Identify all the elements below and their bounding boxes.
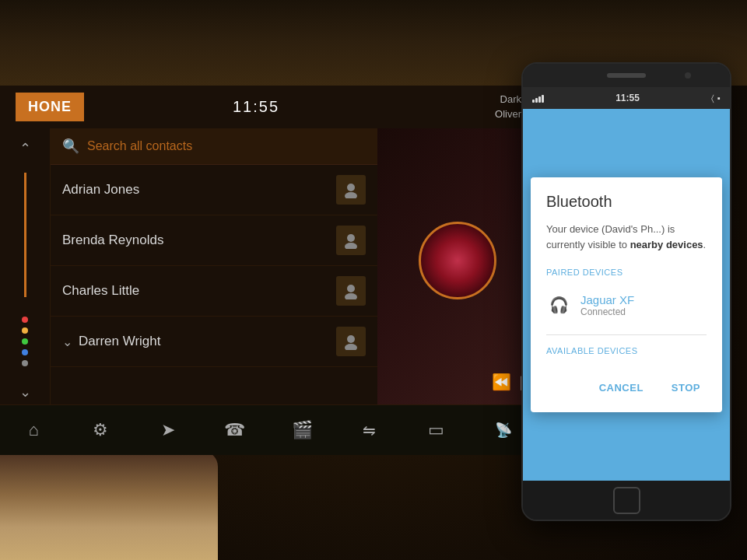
left-sidebar: ⌃ ⌄: [0, 128, 51, 404]
device-info: Jaguar XF Connected: [580, 293, 707, 317]
contacts-panel: 🔍 Search all contacts Adrian Jones Brend…: [51, 128, 377, 404]
phone-status-bar: 11:55 〈 ▪: [523, 87, 730, 109]
phone-bottom: [523, 481, 730, 520]
signal-bar-2: [535, 98, 538, 103]
camera-icon: ▭: [428, 420, 444, 440]
available-devices-label: Available devices: [546, 346, 707, 355]
time-display: 11:55: [84, 98, 428, 116]
paired-device-row[interactable]: 🎧 Jaguar XF Connected: [546, 286, 707, 324]
nav-connections[interactable]: ⇋: [345, 411, 392, 450]
dashboard-bottom: [0, 451, 218, 560]
nav-camera[interactable]: ▭: [413, 411, 460, 450]
contact-avatar-3: [336, 327, 366, 356]
header-bar: HONE 11:55 Dark Oliver: [0, 86, 537, 128]
svg-point-0: [347, 184, 355, 191]
svg-point-7: [345, 344, 357, 350]
nav-wireless[interactable]: 📡: [480, 411, 527, 450]
bluetooth-message: Your device (David's Ph...) is currently…: [546, 222, 707, 252]
contact-row[interactable]: Charles Little: [51, 266, 377, 317]
headphone-icon: 🎧: [546, 292, 571, 317]
nav-bar: ⌂ ⚙ ➤ ☎ 🎬 ⇋ ▭ 📡: [0, 404, 537, 455]
scroll-indicator: [24, 173, 26, 297]
svg-point-4: [347, 285, 355, 292]
signal-indicator: [532, 93, 544, 103]
nav-home[interactable]: ⌂: [10, 411, 57, 450]
phone-label: HONE: [16, 93, 84, 121]
player-section: ⏪ ▮: [377, 128, 537, 404]
contact-row[interactable]: Adrian Jones: [51, 165, 377, 215]
home-icon: ⌂: [28, 420, 38, 440]
album-art: [419, 222, 496, 299]
smartphone: 11:55 〈 ▪ Bluetooth Your device (David's…: [521, 62, 731, 521]
paired-devices-label: Paired devices: [546, 268, 707, 277]
bluetooth-actions: CANCEL STOP: [546, 379, 707, 397]
bluetooth-dialog: Bluetooth Your device (David's Ph...) is…: [531, 177, 722, 412]
dot-2: [22, 327, 28, 334]
phone-screen: Bluetooth Your device (David's Ph...) is…: [523, 109, 730, 481]
svg-point-5: [345, 293, 357, 299]
signal-bar-3: [538, 96, 541, 103]
main-content: ⌃ ⌄ 🔍 Search all contacts Adrian Jones: [0, 128, 537, 404]
bluetooth-title: Bluetooth: [546, 193, 707, 211]
right-info-line2: Oliver: [428, 107, 521, 121]
contact-name-2: Charles Little: [62, 283, 336, 299]
right-info-line1: Dark: [428, 93, 521, 107]
contact-row[interactable]: Brenda Reynolds: [51, 215, 377, 266]
signal-bars: [532, 93, 544, 103]
svg-point-1: [345, 192, 357, 198]
battery-icon: ▪: [717, 93, 721, 103]
search-bar[interactable]: 🔍 Search all contacts: [51, 128, 377, 165]
phone-speaker: [607, 73, 646, 78]
contact-avatar-0: [336, 175, 366, 205]
chevron-down-icon: ⌄: [62, 334, 72, 349]
infotainment-screen: HONE 11:55 Dark Oliver ⌃ ⌄ 🔍: [0, 86, 537, 455]
search-placeholder: Search all contacts: [87, 139, 192, 153]
rewind-button[interactable]: ⏪: [492, 373, 511, 391]
contact-row[interactable]: ⌄ Darren Wright: [51, 317, 377, 367]
signal-bar-4: [542, 95, 544, 103]
home-button[interactable]: [613, 487, 640, 514]
signal-bar-1: [532, 100, 535, 103]
stop-button[interactable]: STOP: [665, 379, 707, 397]
dot-3: [22, 338, 28, 345]
device-name: Jaguar XF: [580, 293, 707, 306]
search-icon: 🔍: [62, 138, 79, 155]
nav-phone[interactable]: ☎: [212, 411, 258, 450]
cancel-button[interactable]: CANCEL: [593, 379, 650, 397]
phone-time: 11:55: [615, 93, 640, 103]
device-status: Connected: [580, 306, 707, 317]
nav-settings[interactable]: ⚙: [77, 411, 124, 450]
nav-navigation[interactable]: ➤: [145, 411, 191, 450]
divider: [546, 334, 707, 335]
wireless-icon: 📡: [495, 422, 512, 439]
dot-5: [22, 360, 28, 366]
nav-media[interactable]: 🎬: [279, 411, 325, 450]
wifi-icon: 〈: [711, 93, 714, 103]
phone-camera: [685, 72, 691, 79]
contact-avatar-2: [336, 276, 366, 306]
svg-point-2: [347, 234, 355, 242]
contact-name-0: Adrian Jones: [62, 182, 336, 198]
contact-name-3: Darren Wright: [79, 334, 336, 349]
compass-icon: ➤: [161, 420, 175, 440]
scroll-up-button[interactable]: ⌃: [16, 136, 35, 161]
svg-point-6: [347, 335, 355, 343]
dots-container: [22, 317, 28, 366]
contact-name-1: Brenda Reynolds: [62, 233, 336, 248]
connections-icon: ⇋: [363, 421, 376, 439]
svg-point-3: [345, 243, 357, 249]
phone-top-bar: [523, 64, 730, 87]
phone-status-icons: 〈 ▪: [711, 93, 721, 103]
contact-avatar-1: [336, 226, 366, 255]
phone-icon: ☎: [224, 420, 245, 440]
dot-4: [22, 349, 28, 355]
media-icon: 🎬: [292, 420, 313, 440]
right-info: Dark Oliver: [428, 93, 521, 121]
scroll-down-button[interactable]: ⌄: [16, 380, 35, 404]
dot-1: [22, 317, 28, 323]
gear-icon: ⚙: [93, 420, 108, 440]
